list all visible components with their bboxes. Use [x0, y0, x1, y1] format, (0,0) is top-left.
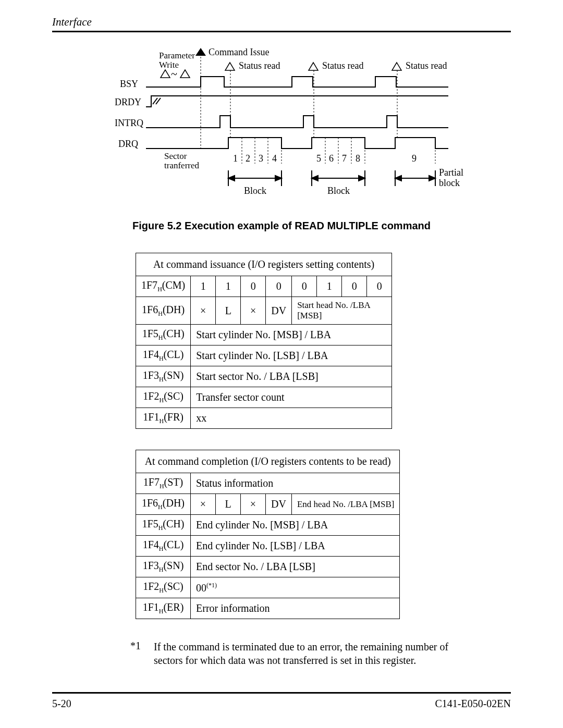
footer: 5-20 C141-E050-02EN: [52, 671, 511, 710]
table-row: 1F4H(CL)Start cylinder No. [LSB] / LBA: [136, 346, 392, 366]
guide-lines: [201, 57, 435, 164]
svg-marker-43: [395, 176, 401, 181]
svg-marker-31: [228, 176, 235, 181]
bsy-label: BSY: [120, 79, 138, 89]
down-triangle-icon: [309, 63, 318, 70]
register-table-completion: At command completion (I/O registers con…: [136, 450, 400, 619]
down-triangle-icon: [392, 63, 401, 70]
intrq-waveform: [146, 116, 448, 128]
svg-text:Block: Block: [327, 186, 350, 196]
sector-transferred-label: Sector: [164, 151, 187, 161]
table-row: 1F5H(CH)Start cylinder No. [MSB] / LBA: [136, 325, 392, 346]
drq-waveform: [146, 138, 448, 149]
page-number: 5-20: [52, 698, 71, 710]
table-row: 1F2H(SC)00(*1): [136, 577, 400, 598]
table1-title: At command issuance (I/O registers setti…: [136, 253, 392, 276]
svg-text:4: 4: [272, 153, 277, 164]
command-issue-label: Command Issue: [209, 47, 270, 57]
footnote-label: *1: [130, 640, 154, 667]
timing-diagram: Parameter Write Command Issue ~ Status r…: [94, 43, 511, 204]
table-row: 1F6H(DH) × L × DV End head No. /LBA [MSB…: [136, 494, 400, 515]
parameter-write-label: Parameter: [159, 51, 195, 60]
svg-marker-44: [429, 176, 435, 181]
table-row: 1F7H(CM) 1 1 0 0 0 1 0 0: [136, 276, 392, 297]
doc-number: C141-E050-02EN: [435, 698, 511, 710]
svg-text:8: 8: [356, 153, 360, 164]
status-read-label-3: Status read: [406, 60, 447, 71]
table-row: 1F1H(FR)xx: [136, 408, 392, 429]
svg-text:1: 1: [233, 153, 238, 164]
intrq-label: INTRQ: [115, 118, 143, 128]
tick-numbers: 1 2 3 4 5 6 7 8 9: [233, 153, 417, 164]
footnote: *1 If the command is terminated due to a…: [130, 640, 474, 667]
svg-text:tranferred: tranferred: [164, 161, 200, 170]
svg-marker-32: [275, 176, 282, 181]
bsy-waveform: [146, 77, 448, 87]
figure-caption: Figure 5.2 Execution example of READ MUL…: [52, 220, 511, 232]
reg-label: 1F7H(CM): [136, 276, 191, 297]
status-read-label-1: Status read: [239, 60, 280, 71]
svg-text:~: ~: [171, 67, 177, 80]
table-row: 1F5H(CH)End cylinder No. [MSB] / LBA: [136, 515, 400, 536]
down-triangle-icon: [161, 70, 170, 78]
down-triangle-icon: [180, 70, 190, 78]
table-row: 1F2H(SC)Transfer sector count: [136, 387, 392, 408]
table2-title: At command completion (I/O registers con…: [136, 450, 400, 473]
command-issue-arrow-down-solid-icon: [195, 48, 206, 56]
svg-text:Partial: Partial: [439, 167, 463, 178]
svg-text:5: 5: [316, 153, 321, 164]
register-table-issuance: At command issuance (I/O registers setti…: [136, 253, 392, 429]
table-row: 1F1H(ER)Error information: [136, 598, 400, 619]
header-title: Interface: [52, 16, 511, 29]
status-read-label-2: Status read: [322, 60, 363, 71]
table-row: 1F3H(SN)Start sector No. / LBA [LSB]: [136, 366, 392, 387]
table-row: 1F4H(CL)End cylinder No. [LSB] / LBA: [136, 536, 400, 557]
block-arrows: Block Block Partial block: [228, 167, 463, 196]
svg-marker-37: [312, 176, 318, 181]
svg-text:2: 2: [246, 153, 250, 164]
svg-text:9: 9: [412, 153, 417, 164]
down-triangle-icon: [225, 63, 235, 70]
svg-text:6: 6: [329, 153, 334, 164]
footnote-text: If the command is terminated due to an e…: [154, 640, 474, 667]
table-row: 1F7H(ST)Status information: [136, 473, 400, 494]
drdy-label: DRDY: [115, 97, 141, 107]
drq-label: DRQ: [118, 139, 138, 149]
table-row: 1F3H(SN)End sector No. / LBA [LSB]: [136, 557, 400, 577]
svg-text:3: 3: [259, 153, 263, 164]
svg-marker-38: [359, 176, 365, 181]
svg-text:7: 7: [342, 153, 347, 164]
svg-text:Block: Block: [244, 186, 266, 196]
table-row: 1F6H(DH) × L × DV Start head No. /LBA [M…: [136, 297, 392, 325]
header-rule: [52, 31, 511, 32]
svg-text:block: block: [439, 178, 460, 188]
